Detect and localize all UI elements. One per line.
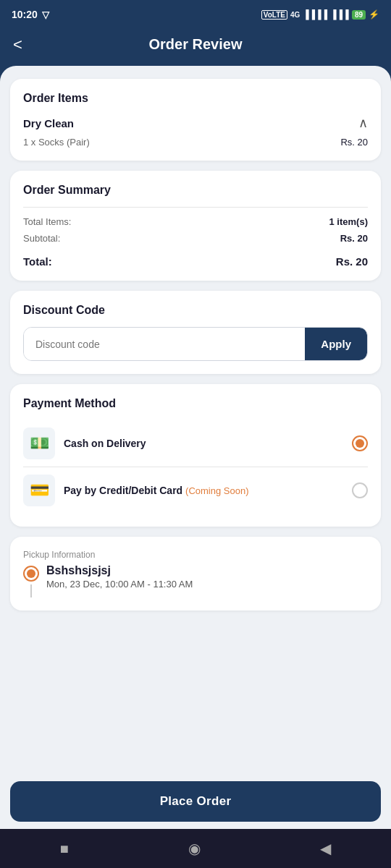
nav-circle-icon[interactable]: ◉ bbox=[188, 840, 201, 857]
pickup-info-header: Pickup Information bbox=[23, 550, 368, 560]
order-item-price: Rs. 20 bbox=[340, 137, 368, 148]
bolt-icon: ⚡ bbox=[369, 9, 379, 20]
time: 10:20 bbox=[12, 9, 38, 20]
pickup-radio[interactable] bbox=[23, 566, 39, 582]
header: < Order Review bbox=[0, 26, 391, 66]
total-value: Rs. 20 bbox=[336, 255, 368, 268]
discount-input-row: Apply bbox=[23, 327, 368, 361]
payment-option-cod[interactable]: 💵 Cash on Delivery bbox=[23, 420, 368, 467]
payment-method-title: Payment Method bbox=[23, 397, 368, 410]
subtotal-label: Subtotal: bbox=[23, 233, 60, 244]
cod-icon: 💵 bbox=[23, 427, 55, 459]
summary-divider bbox=[23, 207, 368, 208]
payment-left-card: 💳 Pay by Credit/Debit Card (Coming Soon) bbox=[23, 475, 248, 506]
battery-indicator: 89 bbox=[352, 10, 366, 20]
subtotal-row: Subtotal: Rs. 20 bbox=[23, 233, 368, 244]
total-label: Total: bbox=[23, 255, 52, 268]
status-right: VoLTE 4G ▐▐▐▐ ▐▐▐ 89 ⚡ bbox=[261, 9, 379, 20]
pickup-radio-inner bbox=[27, 569, 35, 578]
card-label: Pay by Credit/Debit Card (Coming Soon) bbox=[64, 485, 248, 496]
discount-code-title: Discount Code bbox=[23, 304, 368, 317]
card-icon: 💳 bbox=[23, 475, 55, 506]
order-category-label: Dry Clean bbox=[23, 117, 74, 129]
cod-radio[interactable] bbox=[352, 435, 368, 451]
payment-method-card: Payment Method 💵 Cash on Delivery 💳 Pay … bbox=[10, 384, 381, 527]
pickup-dot-line bbox=[30, 584, 32, 597]
status-left: 10:20 ▽ bbox=[12, 9, 49, 20]
coming-soon-label: (Coming Soon) bbox=[185, 485, 248, 496]
total-items-label: Total Items: bbox=[23, 216, 71, 227]
place-order-bar: Place Order bbox=[0, 781, 391, 829]
pickup-time: Mon, 23 Dec, 10:00 AM - 11:30 AM bbox=[46, 579, 193, 590]
discount-code-card: Discount Code Apply bbox=[10, 291, 381, 374]
order-summary-card: Order Summary Total Items: 1 item(s) Sub… bbox=[10, 171, 381, 281]
order-items-card: Order Items Dry Clean ∧ 1 x Socks (Pair)… bbox=[10, 79, 381, 161]
nav-back-icon[interactable]: ◀ bbox=[320, 840, 331, 857]
chevron-up-icon: ∧ bbox=[358, 115, 368, 131]
pickup-name: Bshshsjsjsj bbox=[46, 564, 193, 577]
order-item-description: 1 x Socks (Pair) bbox=[23, 137, 90, 148]
volte-icon: VoLTE bbox=[261, 10, 287, 20]
total-items-value: 1 item(s) bbox=[329, 216, 368, 227]
wifi-icon: ▽ bbox=[42, 9, 49, 20]
order-items-title: Order Items bbox=[23, 92, 368, 105]
total-items-row: Total Items: 1 item(s) bbox=[23, 216, 368, 227]
signal2-icon: ▐▐▐ bbox=[330, 9, 349, 20]
apply-button[interactable]: Apply bbox=[305, 328, 367, 360]
status-bar: 10:20 ▽ VoLTE 4G ▐▐▐▐ ▐▐▐ 89 ⚡ bbox=[0, 0, 391, 26]
order-item-row: 1 x Socks (Pair) Rs. 20 bbox=[23, 137, 368, 148]
pickup-row: Bshshsjsjsj Mon, 23 Dec, 10:00 AM - 11:3… bbox=[23, 564, 368, 597]
main-content: Order Items Dry Clean ∧ 1 x Socks (Pair)… bbox=[0, 66, 391, 868]
order-summary-title: Order Summary bbox=[23, 184, 368, 197]
pickup-radio-col bbox=[23, 564, 39, 597]
cod-radio-inner bbox=[356, 439, 364, 448]
pickup-info-card: Pickup Information Bshshsjsjsj Mon, 23 D… bbox=[10, 537, 381, 610]
payment-option-card[interactable]: 💳 Pay by Credit/Debit Card (Coming Soon) bbox=[23, 467, 368, 514]
page-title: Order Review bbox=[149, 36, 243, 53]
nav-home-icon[interactable]: ■ bbox=[60, 841, 69, 857]
card-label-text: Pay by Credit/Debit Card bbox=[64, 485, 182, 496]
discount-code-input[interactable] bbox=[24, 328, 305, 360]
back-button[interactable]: < bbox=[13, 35, 22, 54]
card-radio[interactable] bbox=[352, 482, 368, 498]
signal-icon: ▐▐▐▐ bbox=[303, 9, 327, 20]
network-4g-icon: 4G bbox=[290, 11, 300, 19]
cod-label: Cash on Delivery bbox=[64, 438, 146, 449]
total-row: Total: Rs. 20 bbox=[23, 250, 368, 268]
place-order-button[interactable]: Place Order bbox=[10, 781, 381, 822]
pickup-details: Bshshsjsjsj Mon, 23 Dec, 10:00 AM - 11:3… bbox=[46, 564, 193, 590]
subtotal-value: Rs. 20 bbox=[340, 233, 368, 244]
payment-left-cod: 💵 Cash on Delivery bbox=[23, 427, 146, 459]
order-category-row[interactable]: Dry Clean ∧ bbox=[23, 115, 368, 131]
nav-bar: ■ ◉ ◀ bbox=[0, 829, 391, 868]
